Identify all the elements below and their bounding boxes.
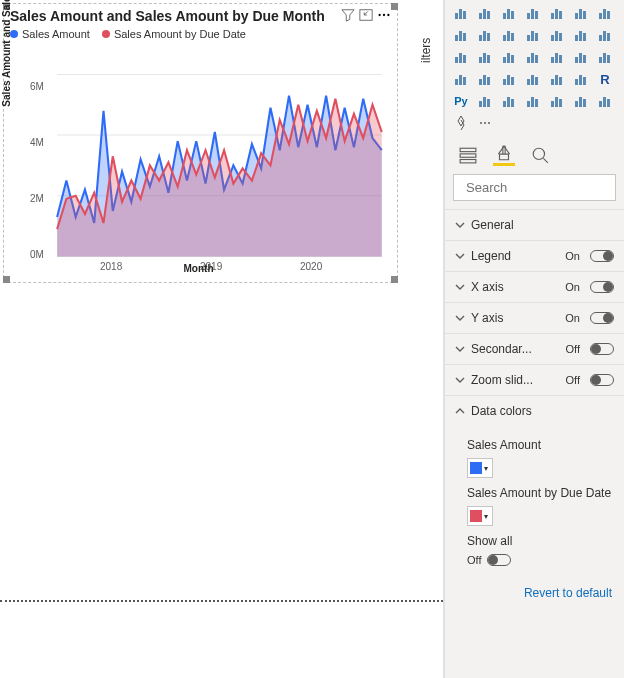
viz-type-get-more[interactable] [451,114,471,132]
svg-rect-50 [455,57,458,63]
format-group-yaxis[interactable]: Y axisOn [445,303,624,333]
toggle-state: On [565,250,580,262]
svg-rect-23 [575,13,578,19]
format-group-datacolors[interactable]: Data colors [445,396,624,426]
viz-type-ribbon[interactable] [547,26,567,44]
svg-rect-100 [559,99,562,107]
viz-type-line-clustered[interactable] [523,26,543,44]
svg-rect-71 [455,79,458,85]
toggle-secondary[interactable] [590,343,614,355]
format-group-xaxis[interactable]: X axisOn [445,272,624,302]
y-tick: 4M [30,137,44,148]
viz-type-powerapps[interactable] [595,92,615,110]
viz-type-filled-map[interactable] [571,48,591,66]
svg-rect-58 [511,55,514,63]
svg-rect-77 [503,79,506,85]
svg-rect-109 [460,160,476,163]
viz-type-line[interactable] [595,4,615,22]
svg-rect-82 [535,77,538,85]
color-picker-0[interactable]: ▾ [467,458,493,478]
viz-type-funnel[interactable] [595,26,615,44]
svg-rect-39 [531,31,534,41]
viz-type-key-influencers[interactable] [475,92,495,110]
area-chart-visual[interactable]: Sales Amount and Sales Amount by Due Mon… [3,3,398,283]
viz-type-clustered-column[interactable] [523,4,543,22]
search-input[interactable] [466,180,624,195]
svg-rect-107 [460,148,476,151]
viz-type-stacked-area[interactable] [475,26,495,44]
revert-to-default-link[interactable]: Revert to default [445,576,624,600]
viz-type-paginated[interactable] [547,92,567,110]
svg-rect-28 [607,11,610,19]
viz-type-arcgis[interactable] [571,92,591,110]
viz-type-hundred-bar[interactable] [547,4,567,22]
viz-type-table[interactable] [547,70,567,88]
viz-type-waterfall[interactable] [571,26,591,44]
viz-type-donut[interactable] [499,48,519,66]
viz-type-pie[interactable] [475,48,495,66]
toggle-state: Off [467,554,481,566]
format-group-legend[interactable]: LegendOn [445,241,624,271]
svg-rect-79 [511,77,514,85]
resize-handle-bl[interactable] [3,276,10,283]
more-options-icon[interactable] [377,8,391,26]
format-group-secondary[interactable]: Secondar...Off [445,334,624,364]
filter-icon[interactable] [341,8,355,26]
svg-rect-89 [479,101,482,107]
y-axis-label: Sales Amount and Sales A... [1,0,12,107]
viz-type-slicer[interactable] [523,70,543,88]
viz-type-python-visual[interactable]: Py [451,92,471,110]
fields-tab[interactable] [457,144,479,166]
viz-type-treemap[interactable] [523,48,543,66]
chevron-icon [455,344,465,354]
svg-rect-67 [583,55,586,63]
svg-rect-51 [459,53,462,63]
legend-item[interactable]: Sales Amount [10,28,90,40]
format-search[interactable] [453,174,616,201]
legend-item[interactable]: Sales Amount by Due Date [102,28,246,40]
x-tick: 2020 [300,261,322,272]
filters-pane-tab[interactable]: ilters [419,0,443,100]
viz-type-stacked-bar[interactable] [451,4,471,22]
toggle-legend[interactable] [590,250,614,262]
viz-type-area[interactable] [451,26,471,44]
toggle-xaxis[interactable] [590,281,614,293]
color-picker-1[interactable]: ▾ [467,506,493,526]
svg-rect-101 [575,101,578,107]
resize-handle-br[interactable] [391,276,398,283]
viz-type-hundred-column[interactable] [571,4,591,22]
visual-title-row: Sales Amount and Sales Amount by Due Mon… [4,4,397,26]
format-group-zoom[interactable]: Zoom slid...Off [445,365,624,395]
svg-rect-106 [607,99,610,107]
viz-type-matrix[interactable] [571,70,591,88]
viz-type-clustered-bar[interactable] [499,4,519,22]
svg-rect-35 [503,35,506,41]
viz-type-kpi[interactable] [499,70,519,88]
svg-rect-33 [483,31,486,41]
toggle-yaxis[interactable] [590,312,614,324]
focus-mode-icon[interactable] [359,8,373,26]
viz-type-more-options[interactable]: ⋯ [475,114,495,132]
toggle-state: Off [566,343,580,355]
svg-rect-73 [463,77,466,85]
viz-type-gauge[interactable] [595,48,615,66]
viz-type-scatter[interactable] [451,48,471,66]
toggle-zoom[interactable] [590,374,614,386]
analytics-tab[interactable] [529,144,551,166]
svg-rect-104 [599,101,602,107]
report-canvas[interactable]: ilters Sales Amount and Sales Amount by … [0,0,444,678]
viz-type-multi-row-card[interactable] [475,70,495,88]
viz-type-qna[interactable] [523,92,543,110]
toggle-show-all[interactable] [487,554,511,566]
viz-type-decomposition-tree[interactable] [499,92,519,110]
viz-type-line-stacked[interactable] [499,26,519,44]
viz-type-map[interactable] [547,48,567,66]
viz-type-stacked-column[interactable] [475,4,495,22]
format-group-general[interactable]: General [445,210,624,240]
resize-handle-tr[interactable] [391,3,398,10]
viz-type-r-visual[interactable]: R [595,70,615,88]
format-tab[interactable] [493,144,515,166]
svg-rect-64 [559,55,562,63]
viz-type-card[interactable] [451,70,471,88]
svg-rect-26 [599,13,602,19]
